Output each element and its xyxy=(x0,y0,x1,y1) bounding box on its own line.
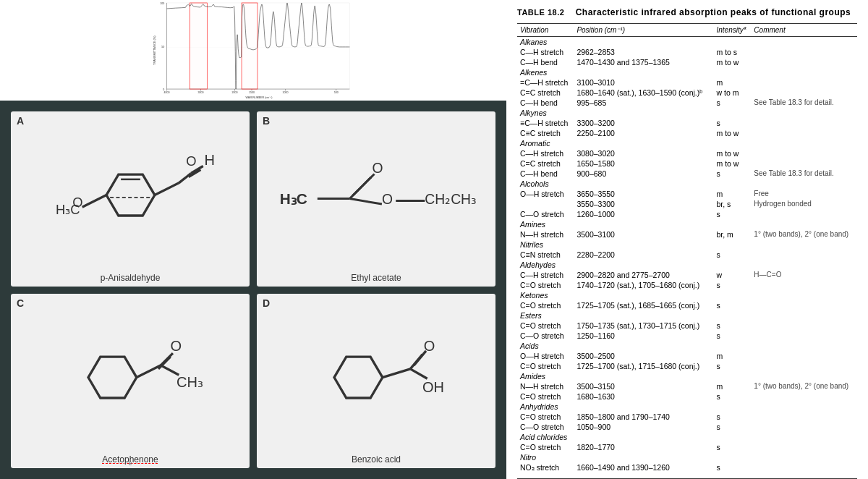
table-cell-0: C—O stretch xyxy=(517,422,574,432)
table-row: C—H bend995–685sSee Table 18.3 for detai… xyxy=(517,98,857,108)
svg-marker-52 xyxy=(334,357,383,398)
table-cell-2: s xyxy=(713,169,751,179)
table-cell-1: 1260–1000 xyxy=(574,209,713,219)
section-header-label: Acids xyxy=(517,341,857,351)
table-cell-2: s xyxy=(713,462,751,472)
svg-text:OH: OH xyxy=(422,378,443,394)
svg-text:CH₂CH₃: CH₂CH₃ xyxy=(425,192,477,207)
molecule-a: A H O H₃C O p xyxy=(11,111,250,286)
table-cell-1: 3500–2500 xyxy=(574,351,713,361)
table-cell-0: C—H bend xyxy=(517,169,574,179)
svg-text:1000: 1000 xyxy=(283,91,289,94)
svg-text:O: O xyxy=(372,161,383,176)
table-row: C—H stretch2900–2820 and 2775–2700wH—C=O xyxy=(517,270,857,280)
molecule-a-structure: H O H₃C O xyxy=(23,120,238,277)
table-cell-0: C—H stretch xyxy=(517,270,574,280)
table-cell-2: m to w xyxy=(713,148,751,158)
section-header: Alcohols xyxy=(517,179,857,189)
table-cell-1: 3300–3200 xyxy=(574,118,713,128)
svg-text:H: H xyxy=(204,152,214,168)
table-cell-3 xyxy=(751,391,857,402)
svg-marker-24 xyxy=(106,175,155,216)
col-comment: Comment xyxy=(751,24,857,37)
table-row: C—O stretch1050–900s xyxy=(517,422,857,432)
molecule-d: D O OH Benzoic acid xyxy=(257,294,495,468)
table-cell-0: =C—H stretch xyxy=(517,77,574,88)
section-header: Aromatic xyxy=(517,138,857,148)
table-cell-0: O—H stretch xyxy=(517,189,574,199)
table-cell-2: m xyxy=(713,351,751,361)
table-cell-1: 1050–900 xyxy=(574,422,713,432)
table-cell-0: C=O stretch xyxy=(517,442,574,452)
table-cell-0: C—H bend xyxy=(517,98,574,108)
svg-text:4000: 4000 xyxy=(164,91,170,94)
table-cell-3: Hydrogen bonded xyxy=(751,199,857,209)
table-cell-3 xyxy=(751,128,857,138)
table-cell-3 xyxy=(751,250,857,260)
table-cell-3 xyxy=(751,148,857,158)
table-row: C=O stretch1725–1705 (sat.), 1685–1665 (… xyxy=(517,300,857,310)
table-cell-3 xyxy=(751,47,857,57)
table-cell-2: m to w xyxy=(713,128,751,138)
table-cell-2: s xyxy=(713,422,751,432)
svg-text:O: O xyxy=(381,192,392,207)
molecule-d-label: D xyxy=(263,297,270,309)
molecule-d-name: Benzoic acid xyxy=(352,454,401,465)
table-row: C=C stretch1680–1640 (sat.), 1630–1590 (… xyxy=(517,88,857,98)
section-header-label: Esters xyxy=(517,310,857,321)
molecules-area: A H O H₃C O p xyxy=(0,101,506,479)
section-header-label: Nitriles xyxy=(517,240,857,250)
table-cell-1: 900–680 xyxy=(574,169,713,179)
table-cell-2: m to w xyxy=(713,57,751,67)
table-row: C—H bend1470–1430 and 1375–1365m to w xyxy=(517,57,857,67)
table-cell-1: 1725–1700 (sat.), 1715–1680 (conj.) xyxy=(574,361,713,371)
table-cell-1: 3500–3100 xyxy=(574,229,713,240)
table-cell-1: 2280–2200 xyxy=(574,250,713,260)
svg-line-39 xyxy=(352,174,374,196)
table-cell-3 xyxy=(751,361,857,371)
table-cell-1: 1740–1720 (sat.), 1705–1680 (conj.) xyxy=(574,280,713,290)
table-cell-0: C≡N stretch xyxy=(517,250,574,260)
table-cell-0: C=O stretch xyxy=(517,361,574,371)
section-header-label: Alcohols xyxy=(517,179,857,189)
table-row: N—H stretch3500–3100br, m1° (two bands),… xyxy=(517,229,857,240)
section-header-label: Alkanes xyxy=(517,37,857,48)
table-cell-3: H—C=O xyxy=(751,270,857,280)
molecule-a-name: p-Anisaldehyde xyxy=(101,273,161,283)
section-header: Ketones xyxy=(517,290,857,300)
table-cell-0: C=O stretch xyxy=(517,321,574,331)
table-label: TABLE 18.2 xyxy=(517,8,564,17)
table-heading: Characteristic infrared absorption peaks… xyxy=(576,7,851,17)
table-row: C=O stretch1820–1770s xyxy=(517,442,857,452)
svg-text:O: O xyxy=(170,338,182,354)
table-cell-1: 1750–1735 (sat.), 1730–1715 (conj.) xyxy=(574,321,713,331)
svg-text:CH₃: CH₃ xyxy=(176,374,203,390)
table-cell-2: s xyxy=(713,280,751,290)
table-cell-3 xyxy=(751,462,857,472)
table-cell-0: C—O stretch xyxy=(517,331,574,341)
svg-text:1500: 1500 xyxy=(249,91,255,94)
table-cell-3 xyxy=(751,422,857,432)
molecule-c-footnote: e xyxy=(128,459,132,467)
table-cell-2: m xyxy=(713,189,751,199)
svg-line-28 xyxy=(179,174,191,183)
table-cell-3 xyxy=(751,442,857,452)
col-vibration: Vibration xyxy=(517,24,574,37)
table-cell-1: 1650–1580 xyxy=(574,158,713,169)
table-cell-3: 1° (two bands), 2° (one band) xyxy=(751,229,857,240)
svg-text:500: 500 xyxy=(334,91,339,94)
section-header-label: Aldehydes xyxy=(517,260,857,270)
table-cell-2: s xyxy=(713,118,751,128)
section-header-label: Nitro xyxy=(517,452,857,462)
molecule-b-structure: H₃C O O CH₂CH₃ xyxy=(269,120,484,277)
table-cell-1: 1850–1800 and 1790–1740 xyxy=(574,412,713,422)
table-cell-2: s xyxy=(713,300,751,310)
table-cell-2: br, m xyxy=(713,229,751,240)
table-cell-3 xyxy=(751,351,857,361)
table-cell-3: See Table 18.3 for detail. xyxy=(751,98,857,108)
table-cell-1: 3100–3010 xyxy=(574,77,713,88)
table-cell-1: 1820–1770 xyxy=(574,442,713,452)
svg-line-41 xyxy=(349,199,382,204)
table-cell-2: w xyxy=(713,270,751,280)
section-header: Amines xyxy=(517,219,857,229)
